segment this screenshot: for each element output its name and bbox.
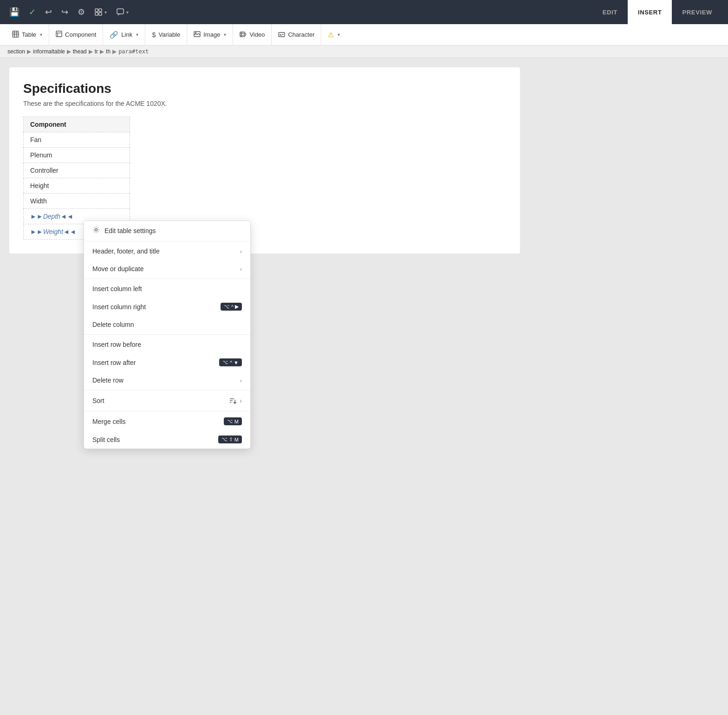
link-icon: 🔗	[110, 31, 118, 39]
image-insert-button[interactable]: Image ▾	[187, 24, 233, 45]
image-icon	[194, 31, 201, 39]
table-icon	[12, 31, 19, 39]
mode-buttons: EDIT INSERT PREVIEW	[592, 0, 722, 24]
sort-icon: ›	[228, 396, 242, 405]
comment-button[interactable]: ▾	[112, 4, 132, 20]
table-cell-plenum: Plenum	[24, 148, 130, 163]
breadcrumb-thead[interactable]: thead	[73, 48, 87, 55]
table-cell-fan: Fan	[24, 132, 130, 148]
menu-item-insert-row-after[interactable]: Insert row after ⌥ ^ ▼	[84, 353, 250, 371]
menu-label-edit-table-settings: Edit table settings	[104, 227, 156, 234]
svg-point-14	[195, 32, 196, 33]
menu-item-delete-row[interactable]: Delete row ›	[84, 371, 250, 389]
breadcrumb-th[interactable]: th	[106, 48, 110, 55]
breadcrumb-informaltable[interactable]: informaltable	[33, 48, 65, 55]
table-insert-button[interactable]: Table ▾	[6, 24, 49, 45]
preview-mode-button[interactable]: PREVIEW	[672, 0, 722, 24]
breadcrumb-para[interactable]: para#text	[118, 48, 149, 55]
character-insert-button[interactable]: Character	[272, 24, 321, 45]
svg-rect-1	[99, 9, 102, 12]
breadcrumb-tr[interactable]: tr	[95, 48, 98, 55]
insert-mode-button[interactable]: INSERT	[628, 0, 672, 24]
svg-rect-3	[99, 13, 102, 15]
component-insert-button[interactable]: Component	[49, 24, 103, 45]
menu-divider-5	[84, 411, 250, 411]
menu-item-insert-row-before[interactable]: Insert row before	[84, 336, 250, 353]
menu-item-move-duplicate[interactable]: Move or duplicate ›	[84, 260, 250, 278]
main-content: Specifications These are the specificati…	[0, 58, 728, 713]
menu-label-header-footer-title: Header, footer, and title	[92, 247, 160, 255]
table-header-component: Component	[24, 117, 130, 132]
menu-item-split-cells[interactable]: Split cells ⌥ ⇧ M	[84, 430, 250, 448]
undo-button[interactable]: ↩	[41, 3, 56, 21]
table-row: Fan	[24, 132, 130, 148]
menu-label-sort: Sort	[92, 397, 104, 404]
svg-rect-2	[95, 13, 98, 15]
main-toolbar: 💾 ✓ ↩ ↪ ⚙ ▾ ▾ EDIT INSERT PREVIEW	[0, 0, 728, 24]
document-subtitle: These are the specifications for the ACM…	[23, 100, 506, 107]
document-title: Specifications	[23, 81, 506, 96]
sort-submenu-arrow: ›	[240, 397, 242, 404]
context-menu: Edit table settings Header, footer, and …	[84, 221, 251, 449]
component-icon	[56, 31, 62, 39]
save-button[interactable]: 💾	[6, 3, 23, 21]
table-cell-height: Height	[24, 178, 130, 194]
menu-label-insert-col-left: Insert column left	[92, 285, 142, 292]
menu-item-delete-column[interactable]: Delete column	[84, 316, 250, 333]
warning-insert-button[interactable]: ⚠ ▾	[321, 24, 346, 45]
kbd-insert-row-after: ⌥ ^ ▼	[219, 358, 242, 366]
menu-item-sort[interactable]: Sort ›	[84, 391, 250, 410]
redo-button[interactable]: ↪	[58, 3, 72, 21]
menu-item-edit-table-settings[interactable]: Edit table settings	[84, 221, 250, 240]
menu-item-insert-col-left[interactable]: Insert column left	[84, 280, 250, 298]
menu-item-header-footer-title[interactable]: Header, footer, and title ›	[84, 242, 250, 260]
image-dropdown-icon: ▾	[224, 32, 226, 37]
svg-rect-5	[13, 31, 19, 37]
menu-label-merge-cells: Merge cells	[92, 418, 126, 425]
chevron-right-icon-1: ›	[240, 248, 242, 255]
menu-label-insert-row-before: Insert row before	[92, 341, 141, 348]
menu-label-delete-row: Delete row	[92, 377, 124, 384]
table-row: Controller	[24, 163, 130, 178]
menu-label-split-cells: Split cells	[92, 436, 120, 443]
menu-divider-3	[84, 334, 250, 335]
kbd-split-cells: ⌥ ⇧ M	[218, 436, 242, 443]
character-icon	[278, 31, 285, 39]
breadcrumb: section ▶ informaltable ▶ thead ▶ tr ▶ t…	[0, 46, 728, 58]
frames-button[interactable]: ▾	[91, 4, 110, 20]
check-button[interactable]: ✓	[25, 3, 39, 21]
svg-rect-19	[279, 32, 285, 37]
menu-item-merge-cells[interactable]: Merge cells ⌥ M	[84, 412, 250, 430]
menu-divider-4	[84, 390, 250, 390]
variable-insert-button[interactable]: $ Variable	[145, 24, 187, 45]
kbd-insert-col-right: ⌥ ^ ▶	[221, 303, 242, 311]
menu-label-delete-column: Delete column	[92, 321, 134, 328]
kbd-merge-cells: ⌥ M	[224, 417, 242, 425]
warning-dropdown-icon: ▾	[338, 32, 340, 37]
video-icon	[240, 31, 247, 39]
video-insert-button[interactable]: Video	[233, 24, 272, 45]
breadcrumb-section[interactable]: section	[7, 48, 25, 55]
table-cell-width: Width	[24, 194, 130, 209]
menu-label-insert-row-after: Insert row after	[92, 359, 136, 366]
chevron-right-icon-3: ›	[240, 377, 242, 384]
svg-rect-10	[56, 31, 62, 37]
table-row: Width	[24, 194, 130, 209]
menu-label-move-duplicate: Move or duplicate	[92, 265, 144, 273]
menu-item-insert-col-right[interactable]: Insert column right ⌥ ^ ▶	[84, 298, 250, 316]
link-insert-button[interactable]: 🔗 Link ▾	[103, 24, 145, 45]
svg-rect-4	[117, 9, 124, 14]
table-row: Height	[24, 178, 130, 194]
menu-label-insert-col-right: Insert column right	[92, 303, 146, 311]
settings-button[interactable]: ⚙	[74, 3, 89, 21]
gear-icon	[92, 226, 100, 235]
link-dropdown-icon: ▾	[136, 32, 138, 37]
svg-point-23	[95, 229, 98, 231]
menu-divider-1	[84, 241, 250, 241]
svg-rect-15	[240, 32, 245, 37]
menu-divider-2	[84, 279, 250, 279]
edit-mode-button[interactable]: EDIT	[592, 0, 628, 24]
warning-icon: ⚠	[328, 31, 334, 39]
document-card: Specifications These are the specificati…	[9, 67, 520, 254]
table-row: Plenum	[24, 148, 130, 163]
